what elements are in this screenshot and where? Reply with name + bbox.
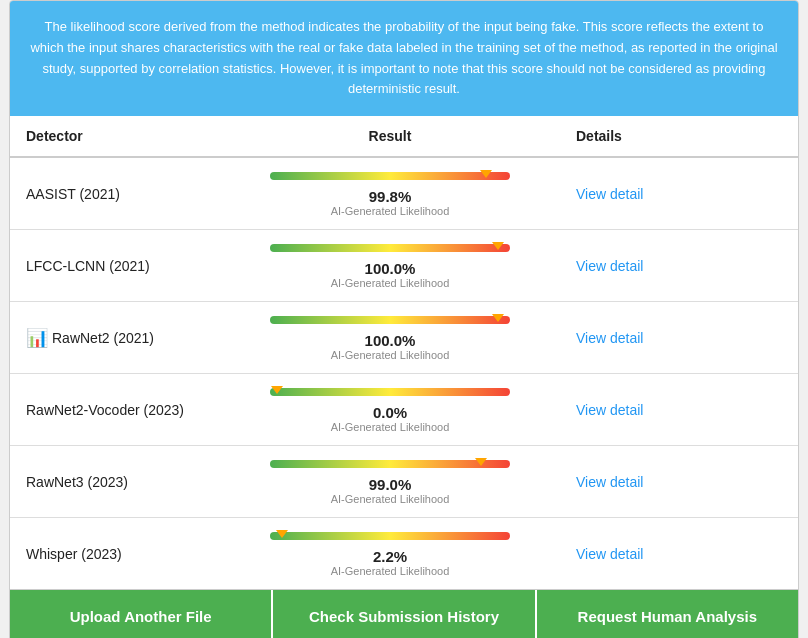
detector-cell-5: Whisper (2023) <box>10 518 220 590</box>
result-percent: 0.0% <box>236 404 544 421</box>
result-label: AI-Generated Likelihood <box>236 205 544 217</box>
info-text: The likelihood score derived from the me… <box>30 19 777 96</box>
view-detail-link-1[interactable]: View detail <box>560 230 798 302</box>
result-percent: 99.8% <box>236 188 544 205</box>
view-detail-link-4[interactable]: View detail <box>560 446 798 518</box>
view-detail-link-3[interactable]: View detail <box>560 374 798 446</box>
detector-name: RawNet2-Vocoder (2023) <box>26 402 184 418</box>
main-container: The likelihood score derived from the me… <box>9 0 799 638</box>
header-detector: Detector <box>10 116 220 157</box>
detector-cell-0: AASIST (2021) <box>10 157 220 230</box>
detector-cell-1: LFCC-LCNN (2021) <box>10 230 220 302</box>
table-row: AASIST (2021)99.8%AI-Generated Likelihoo… <box>10 157 798 230</box>
result-label: AI-Generated Likelihood <box>236 493 544 505</box>
result-cell-4: 99.0%AI-Generated Likelihood <box>220 446 560 518</box>
detector-name: RawNet3 (2023) <box>26 474 128 490</box>
result-marker <box>271 386 283 394</box>
results-table: Detector Result Details AASIST (2021)99.… <box>10 116 798 589</box>
upload-another-button[interactable]: Upload Another File <box>10 590 273 638</box>
result-percent: 100.0% <box>236 260 544 277</box>
result-label: AI-Generated Likelihood <box>236 421 544 433</box>
result-cell-2: 100.0%AI-Generated Likelihood <box>220 302 560 374</box>
result-marker <box>475 458 487 466</box>
detector-name: AASIST (2021) <box>26 186 120 202</box>
result-cell-0: 99.8%AI-Generated Likelihood <box>220 157 560 230</box>
result-cell-1: 100.0%AI-Generated Likelihood <box>220 230 560 302</box>
result-cell-5: 2.2%AI-Generated Likelihood <box>220 518 560 590</box>
check-history-button[interactable]: Check Submission History <box>273 590 536 638</box>
detector-name: Whisper (2023) <box>26 546 122 562</box>
result-percent: 99.0% <box>236 476 544 493</box>
table-row: RawNet3 (2023)99.0%AI-Generated Likeliho… <box>10 446 798 518</box>
result-marker <box>492 314 504 322</box>
result-marker <box>480 170 492 178</box>
view-detail-link-2[interactable]: View detail <box>560 302 798 374</box>
audio-icon: 📊 <box>26 327 48 349</box>
view-detail-link-5[interactable]: View detail <box>560 518 798 590</box>
action-buttons-row: Upload Another File Check Submission His… <box>10 589 798 638</box>
result-label: AI-Generated Likelihood <box>236 565 544 577</box>
table-row: LFCC-LCNN (2021)100.0%AI-Generated Likel… <box>10 230 798 302</box>
result-percent: 100.0% <box>236 332 544 349</box>
detector-cell-3: RawNet2-Vocoder (2023) <box>10 374 220 446</box>
result-marker <box>492 242 504 250</box>
result-percent: 2.2% <box>236 548 544 565</box>
detector-cell-4: RawNet3 (2023) <box>10 446 220 518</box>
view-detail-link-0[interactable]: View detail <box>560 157 798 230</box>
table-row: Whisper (2023)2.2%AI-Generated Likelihoo… <box>10 518 798 590</box>
result-label: AI-Generated Likelihood <box>236 277 544 289</box>
table-header-row: Detector Result Details <box>10 116 798 157</box>
detector-name: LFCC-LCNN (2021) <box>26 258 150 274</box>
info-box: The likelihood score derived from the me… <box>10 1 798 116</box>
detector-cell-2: 📊RawNet2 (2021) <box>10 302 220 374</box>
result-label: AI-Generated Likelihood <box>236 349 544 361</box>
table-row: RawNet2-Vocoder (2023)0.0%AI-Generated L… <box>10 374 798 446</box>
result-marker <box>276 530 288 538</box>
request-human-button[interactable]: Request Human Analysis <box>537 590 798 638</box>
result-cell-3: 0.0%AI-Generated Likelihood <box>220 374 560 446</box>
header-details: Details <box>560 116 798 157</box>
table-row: 📊RawNet2 (2021)100.0%AI-Generated Likeli… <box>10 302 798 374</box>
detector-name: RawNet2 (2021) <box>52 330 154 346</box>
header-result: Result <box>220 116 560 157</box>
